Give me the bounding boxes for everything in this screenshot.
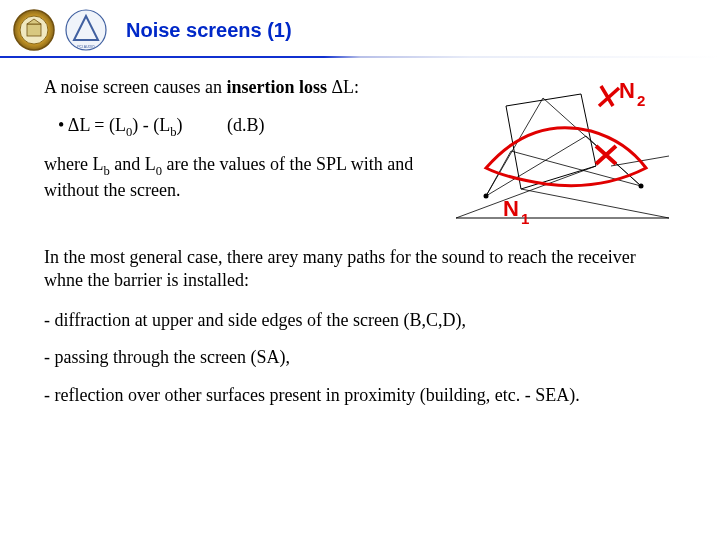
seal-icon bbox=[12, 8, 56, 52]
label-n2: N bbox=[619, 78, 635, 103]
slide-title: Noise screens (1) bbox=[126, 19, 292, 42]
formula-delta: ΔL = (L bbox=[68, 115, 126, 135]
svg-marker-6 bbox=[506, 94, 596, 189]
svg-text:1: 1 bbox=[521, 210, 529, 226]
slide-header: PCI AUDIO Noise screens (1) bbox=[0, 0, 720, 56]
intro-bold: insertion loss bbox=[226, 77, 327, 97]
path-reflection: - reflection over other surfaces present… bbox=[44, 384, 676, 407]
formula-end: ) bbox=[176, 115, 182, 135]
svg-rect-2 bbox=[27, 24, 41, 36]
where-mid: and L bbox=[110, 154, 156, 174]
formula-unit: (d.B) bbox=[227, 115, 265, 136]
bullet: • bbox=[58, 115, 64, 135]
svg-text:PCI AUDIO: PCI AUDIO bbox=[77, 45, 95, 49]
intro-text: A noise screen causes an insertion loss … bbox=[44, 76, 441, 99]
where-pre: where L bbox=[44, 154, 103, 174]
svg-line-8 bbox=[521, 189, 669, 218]
formula-mid: ) - (L bbox=[132, 115, 170, 135]
path-through: - passing through the screen (SA), bbox=[44, 346, 676, 369]
label-n1: N bbox=[503, 196, 519, 221]
intro-pre: A noise screen causes an bbox=[44, 77, 226, 97]
academy-icon: PCI AUDIO bbox=[64, 8, 108, 52]
intro-post: ΔL: bbox=[327, 77, 359, 97]
svg-text:2: 2 bbox=[637, 92, 645, 109]
path-diffraction: - diffraction at upper and side edges of… bbox=[44, 309, 676, 332]
noise-screen-diagram: N 2 N 1 bbox=[451, 76, 676, 226]
where-text: where Lb and L0 are the values of the SP… bbox=[44, 153, 441, 202]
header-rule bbox=[0, 56, 720, 58]
formula-line: • ΔL = (L0) - (Lb) (d.B) bbox=[58, 115, 441, 140]
general-case-text: In the most general case, there arey man… bbox=[44, 246, 676, 293]
